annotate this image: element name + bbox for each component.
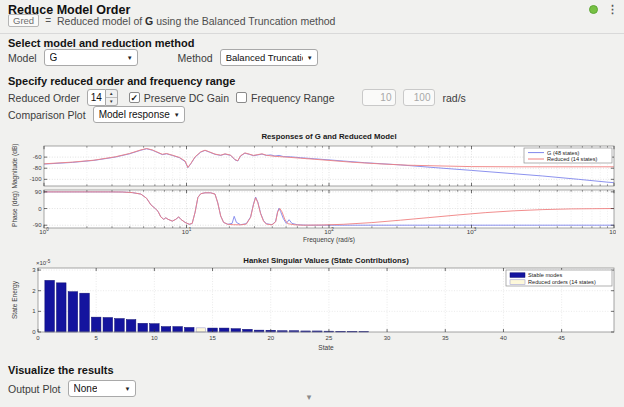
checkbox-unchecked-icon — [236, 92, 247, 103]
select-section-heading: Select model and reduction method — [8, 37, 194, 49]
frequency-min-input[interactable]: 10 — [362, 89, 396, 106]
model-dropdown-value: G — [50, 52, 58, 63]
svg-text:104: 104 — [609, 227, 616, 235]
summary-suffix: using the Balanced Truncation method — [153, 15, 335, 27]
model-dropdown[interactable]: G ▼ — [44, 49, 138, 66]
equals-text: = — [45, 15, 51, 26]
comparison-plot-row: Comparison Plot Model response ▼ — [8, 106, 185, 123]
spinner-up-icon[interactable]: ▲ — [106, 90, 117, 98]
svg-text:30: 30 — [384, 335, 391, 341]
collapse-task-button[interactable]: ▾ — [300, 392, 318, 402]
chevron-down-icon: ▼ — [125, 386, 131, 392]
svg-text:State Energy: State Energy — [11, 280, 19, 319]
svg-text:Responses of G and Reduced Mod: Responses of G and Reduced Model — [261, 132, 396, 141]
output-plot-label: Output Plot — [8, 383, 61, 395]
svg-text:Reduced orders (14 states): Reduced orders (14 states) — [528, 279, 596, 285]
svg-text:35: 35 — [442, 335, 449, 341]
svg-text:101: 101 — [182, 227, 192, 235]
svg-text:45: 45 — [558, 335, 565, 341]
svg-text:Reduced (14 states): Reduced (14 states) — [547, 156, 598, 162]
spinner-buttons: ▲ ▼ — [106, 89, 118, 106]
method-dropdown[interactable]: Balanced Truncation ▼ — [220, 49, 318, 66]
svg-text:20: 20 — [267, 335, 274, 341]
svg-text:90: 90 — [35, 189, 42, 195]
svg-text:×10-5: ×10-5 — [36, 259, 51, 267]
visualize-section-heading: Visualize the results — [8, 364, 114, 376]
frequency-range-label: Frequency Range — [251, 92, 334, 104]
reduced-order-row: Reduced Order 14 ▲ ▼ ✓ Preserve DC Gain … — [8, 89, 466, 106]
output-variable-badge: Gred — [8, 14, 39, 27]
svg-text:5: 5 — [95, 335, 99, 341]
frequency-max-input[interactable]: 100 — [403, 89, 435, 106]
svg-text:3: 3 — [32, 267, 36, 273]
svg-text:Hankel Singular Values (State: Hankel Singular Values (State Contributi… — [243, 256, 409, 265]
bode-response-plot: Responses of G and Reduced Model-100-80-… — [8, 131, 616, 247]
svg-text:Stable modes: Stable modes — [528, 272, 562, 278]
method-label: Method — [178, 52, 213, 64]
status-indicator-icon — [589, 5, 598, 14]
summary-prefix: Reduced model of — [57, 15, 145, 27]
output-plot-dropdown[interactable]: None ▼ — [68, 380, 136, 397]
comparison-plot-value: Model response — [99, 109, 170, 120]
method-dropdown-value: Balanced Truncation — [226, 52, 303, 63]
svg-text:25: 25 — [326, 335, 333, 341]
output-plot-row: Output Plot None ▼ — [8, 380, 136, 397]
svg-text:Phase (deg): Phase (deg) — [11, 191, 19, 227]
frequency-unit-label: rad/s — [442, 92, 465, 104]
task-summary-text: Reduced model of G using the Balanced Tr… — [57, 15, 335, 27]
chevron-down-icon: ▼ — [307, 55, 313, 61]
comparison-plot-label: Comparison Plot — [8, 109, 86, 121]
svg-text:40: 40 — [500, 335, 507, 341]
svg-text:102: 102 — [324, 227, 334, 235]
frequency-range-checkbox[interactable]: Frequency Range — [236, 92, 334, 104]
model-label: Model — [8, 52, 37, 64]
chevron-down-icon: ▼ — [174, 112, 180, 118]
reduced-order-value[interactable]: 14 — [87, 89, 106, 106]
kebab-menu-icon[interactable]: ⋮ — [607, 4, 618, 15]
header-icons: ⋮ — [589, 4, 618, 15]
chevron-down-icon: ▼ — [127, 55, 133, 61]
svg-text:-60: -60 — [33, 154, 42, 160]
svg-text:G (48 states): G (48 states) — [547, 150, 579, 156]
header-divider — [0, 33, 624, 34]
model-method-row: Model G ▼ Method Balanced Truncation ▼ — [8, 49, 318, 66]
task-summary-row: Gred = Reduced model of G using the Bala… — [8, 14, 335, 27]
svg-text:2: 2 — [32, 288, 36, 294]
comparison-plot-dropdown[interactable]: Model response ▼ — [93, 106, 185, 123]
svg-text:0: 0 — [36, 335, 40, 341]
svg-text:10: 10 — [151, 335, 158, 341]
preserve-dc-gain-checkbox[interactable]: ✓ Preserve DC Gain — [129, 92, 229, 104]
svg-text:-100: -100 — [29, 176, 42, 182]
preserve-dc-gain-label: Preserve DC Gain — [144, 92, 229, 104]
svg-text:100: 100 — [39, 227, 49, 235]
svg-text:15: 15 — [209, 335, 216, 341]
spinner-down-icon[interactable]: ▼ — [106, 98, 117, 105]
checkbox-checked-icon: ✓ — [129, 92, 140, 103]
svg-text:State: State — [318, 344, 334, 351]
svg-text:-80: -80 — [33, 165, 42, 171]
output-plot-value: None — [74, 383, 98, 394]
hankel-singular-values-plot: Hankel Singular Values (State Contributi… — [8, 254, 616, 358]
specify-section-heading: Specify reduced order and frequency rang… — [8, 75, 235, 87]
svg-text:Magnitude (dB): Magnitude (dB) — [11, 143, 19, 188]
svg-text:103: 103 — [467, 227, 477, 235]
svg-text:0: 0 — [38, 206, 42, 212]
svg-text:1: 1 — [32, 308, 36, 314]
reduced-order-label: Reduced Order — [8, 92, 80, 104]
svg-text:Frequency (rad/s): Frequency (rad/s) — [303, 236, 355, 244]
reduced-order-spinner[interactable]: 14 ▲ ▼ — [87, 89, 118, 106]
